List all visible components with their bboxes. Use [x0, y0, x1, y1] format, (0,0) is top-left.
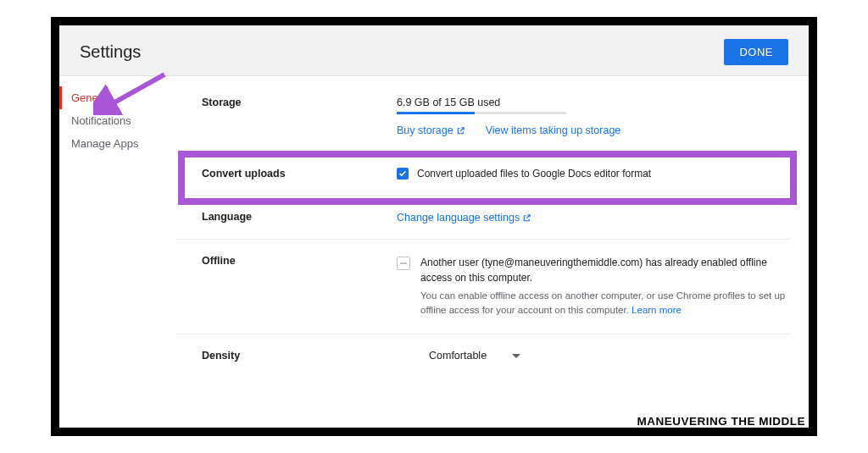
storage-usage-text: 6.9 GB of 15 GB used — [397, 97, 792, 108]
chevron-down-icon — [512, 350, 520, 362]
sidebar-item-notifications[interactable]: Notifications — [59, 109, 176, 132]
section-density: Density Comfortable — [176, 334, 792, 377]
storage-bar-fill — [397, 112, 475, 114]
change-language-label: Change language settings — [397, 212, 520, 224]
body: General Notifications Manage Apps Storag… — [59, 76, 809, 431]
content-area: Storage 6.9 GB of 15 GB used Buy storage… — [176, 76, 809, 431]
section-storage: Storage 6.9 GB of 15 GB used Buy storage… — [176, 81, 792, 152]
language-body: Change language settings — [397, 211, 792, 224]
density-select[interactable]: Comfortable — [397, 350, 792, 362]
convert-checkbox-row[interactable]: Convert uploaded files to Google Docs ed… — [397, 168, 792, 180]
offline-learn-more-link[interactable]: Learn more — [632, 305, 682, 315]
storage-bar — [397, 112, 566, 114]
convert-checkbox-label: Convert uploaded files to Google Docs ed… — [417, 168, 651, 180]
density-body: Comfortable — [397, 350, 792, 362]
sidebar-item-general[interactable]: General — [59, 86, 176, 109]
offline-sub-text: You can enable offline access on another… — [420, 289, 792, 318]
section-label-offline: Offline — [202, 255, 397, 318]
offline-main-text: Another user (tyne@maneuveringthemiddle.… — [420, 255, 792, 285]
disabled-checkbox-icon — [397, 257, 410, 270]
offline-sub-text-span: You can enable offline access on another… — [420, 290, 785, 315]
external-link-icon — [522, 213, 531, 223]
watermark: MANEUVERING THE MIDDLE — [635, 415, 807, 428]
sidebar-item-label: Notifications — [71, 114, 131, 127]
view-items-label: View items taking up storage — [486, 124, 621, 136]
change-language-link[interactable]: Change language settings — [397, 212, 531, 224]
section-label-convert: Convert uploads — [202, 168, 397, 180]
page-title: Settings — [80, 42, 141, 62]
external-link-icon — [456, 126, 465, 135]
header-bar: Settings DONE — [59, 25, 809, 76]
convert-body: Convert uploaded files to Google Docs ed… — [397, 168, 792, 180]
section-label-density: Density — [202, 350, 397, 362]
offline-text-block: Another user (tyne@maneuveringthemiddle.… — [420, 255, 792, 318]
sidebar-item-label: General — [71, 91, 110, 104]
section-convert-uploads: Convert uploads Convert uploaded files t… — [176, 152, 792, 196]
storage-body: 6.9 GB of 15 GB used Buy storage View it… — [397, 97, 792, 136]
section-language: Language Change language settings — [176, 196, 792, 240]
done-button[interactable]: DONE — [724, 39, 788, 65]
sidebar-item-label: Manage Apps — [71, 137, 139, 150]
convert-checkbox[interactable] — [397, 168, 409, 180]
settings-window: Settings DONE General Notifications Mana… — [51, 17, 817, 436]
density-value: Comfortable — [429, 350, 487, 362]
view-items-link[interactable]: View items taking up storage — [486, 124, 621, 136]
sidebar-item-manage-apps[interactable]: Manage Apps — [59, 132, 176, 155]
buy-storage-label: Buy storage — [397, 124, 453, 136]
section-offline: Offline Another user (tyne@maneuveringth… — [176, 240, 792, 334]
offline-body: Another user (tyne@maneuveringthemiddle.… — [397, 255, 792, 318]
storage-links: Buy storage View items taking up storage — [397, 124, 792, 136]
check-icon — [398, 169, 407, 178]
section-label-language: Language — [202, 211, 397, 224]
sidebar: General Notifications Manage Apps — [59, 76, 176, 431]
section-label-storage: Storage — [202, 97, 397, 136]
buy-storage-link[interactable]: Buy storage — [397, 124, 465, 136]
